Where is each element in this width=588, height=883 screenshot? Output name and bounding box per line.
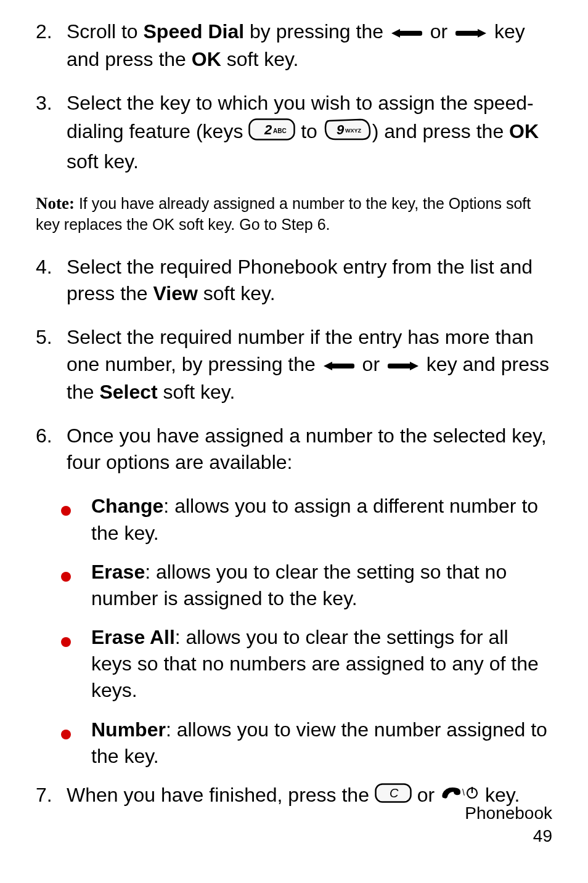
step-number: 4.: [36, 254, 67, 307]
step-3: 3. Select the key to which you wish to a…: [36, 90, 552, 175]
option-label: Erase: [91, 561, 145, 583]
svg-text:ABC: ABC: [273, 128, 287, 134]
text: soft key.: [158, 381, 235, 403]
bullet-dot-icon: [60, 559, 91, 589]
left-softkey-icon: [321, 352, 357, 379]
keypad-9-icon: 9WXYZ: [323, 117, 372, 149]
option-label: Erase All: [91, 626, 175, 648]
right-softkey-icon: [385, 352, 421, 379]
bullet-body: Number: allows you to view the number as…: [91, 717, 552, 770]
svg-rect-1: [399, 31, 422, 36]
step-number: 6.: [36, 423, 67, 476]
bullet-dot-icon: [60, 717, 91, 747]
svg-text:C: C: [390, 786, 399, 800]
svg-rect-10: [331, 364, 354, 368]
note-text: If you have already assigned a number to…: [36, 195, 531, 233]
step-number: 3.: [36, 90, 67, 175]
text: Select the required Phonebook entry from…: [67, 256, 533, 304]
step-number: 5.: [36, 324, 67, 405]
label-speed-dial: Speed Dial: [143, 20, 244, 43]
svg-marker-9: [324, 362, 332, 370]
text: ) and press the: [372, 120, 509, 142]
text: soft key.: [221, 48, 299, 70]
bullet-body: Erase All: allows you to clear the setti…: [91, 624, 552, 704]
svg-marker-3: [478, 29, 486, 38]
page-number: 49: [465, 825, 552, 847]
step-2: 2. Scroll to Speed Dial by pressing the …: [36, 18, 552, 73]
step-body: Once you have assigned a number to the s…: [67, 423, 552, 476]
list-item: Erase All: allows you to clear the setti…: [36, 624, 552, 704]
list-item: Erase: allows you to clear the setting s…: [36, 559, 552, 612]
svg-point-15: [61, 637, 71, 647]
bullet-body: Change: allows you to assign a different…: [91, 493, 552, 546]
step-body: Select the required number if the entry …: [67, 324, 552, 405]
svg-text:9: 9: [337, 122, 345, 137]
note-label: Note:: [36, 194, 75, 213]
svg-marker-12: [410, 362, 419, 370]
section-name: Phonebook: [465, 802, 552, 824]
label-select: Select: [99, 381, 157, 403]
option-label: Change: [91, 495, 163, 517]
keypad-2-icon: 2ABC: [248, 118, 295, 147]
bullet-body: Erase: allows you to clear the setting s…: [91, 559, 552, 612]
list-item: Change: allows you to assign a different…: [36, 493, 552, 546]
page-footer: Phonebook 49: [465, 802, 552, 847]
svg-rect-2: [455, 31, 479, 36]
text: or: [357, 353, 385, 375]
note: Note: If you have already assigned a num…: [36, 192, 552, 235]
text: or: [425, 20, 453, 43]
text: Once you have assigned a number to the s…: [67, 425, 547, 473]
left-softkey-icon: [389, 20, 425, 46]
label-view: View: [153, 282, 198, 304]
step-body: Scroll to Speed Dial by pressing the or …: [67, 18, 552, 73]
svg-point-16: [61, 730, 71, 739]
text: soft key.: [198, 282, 276, 304]
label-ok: OK: [509, 120, 539, 142]
text: : allows you to clear the setting so tha…: [91, 561, 507, 609]
svg-marker-0: [391, 29, 400, 38]
step-body: Select the required Phonebook entry from…: [67, 254, 552, 307]
label-ok: OK: [192, 48, 221, 70]
text: soft key.: [67, 150, 139, 173]
step-number: 2.: [36, 18, 67, 73]
list-item: Number: allows you to view the number as…: [36, 717, 552, 770]
option-label: Number: [91, 718, 166, 741]
text: or: [412, 784, 440, 806]
svg-text:\: \: [462, 787, 465, 797]
svg-rect-11: [388, 364, 411, 368]
step-5: 5. Select the required number if the ent…: [36, 324, 552, 405]
step-body: Select the key to which you wish to assi…: [67, 90, 552, 175]
step-4: 4. Select the required Phonebook entry f…: [36, 254, 552, 307]
text: to: [295, 120, 322, 142]
options-list: Change: allows you to assign a different…: [36, 493, 552, 770]
text: by pressing the: [244, 20, 389, 43]
svg-point-14: [61, 572, 71, 582]
step-6: 6. Once you have assigned a number to th…: [36, 423, 552, 476]
step-number: 7.: [36, 782, 67, 810]
svg-point-13: [61, 506, 71, 516]
bullet-dot-icon: [60, 624, 91, 654]
bullet-dot-icon: [60, 493, 91, 523]
text: Scroll to: [67, 20, 143, 43]
keypad-c-icon: C: [375, 783, 412, 810]
text: When you have finished, press the: [67, 784, 375, 806]
svg-text:2: 2: [264, 122, 272, 137]
page-content: 2. Scroll to Speed Dial by pressing the …: [0, 0, 588, 883]
svg-text:WXYZ: WXYZ: [345, 128, 362, 134]
right-softkey-icon: [453, 20, 489, 46]
